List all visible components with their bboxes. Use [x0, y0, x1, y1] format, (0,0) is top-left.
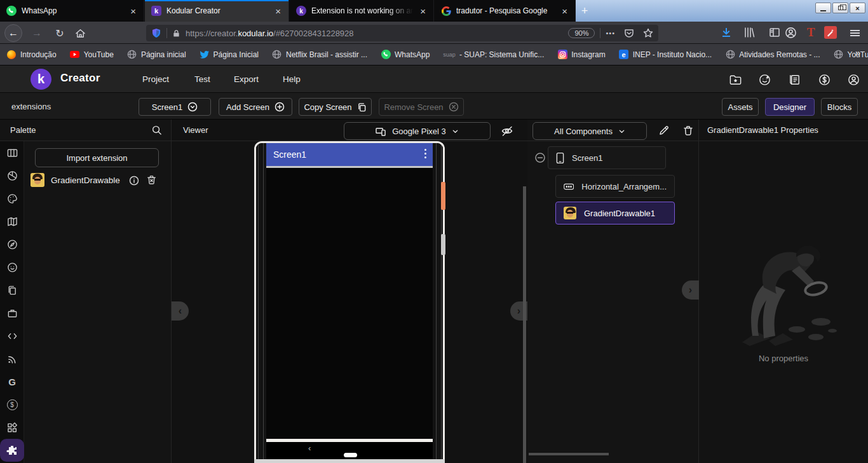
- category-connectivity-icon[interactable]: [0, 347, 24, 370]
- browser-tab-whatsapp[interactable]: WhatsApp ×: [0, 0, 144, 22]
- category-storage-icon[interactable]: [0, 279, 24, 301]
- info-icon[interactable]: [129, 176, 139, 186]
- close-icon[interactable]: ×: [128, 6, 139, 16]
- assets-button[interactable]: Assets: [722, 98, 759, 116]
- wand-extension-icon[interactable]: [824, 26, 837, 39]
- category-experimental-icon[interactable]: [0, 416, 24, 439]
- category-sensors-icon[interactable]: [0, 233, 24, 256]
- page-actions-icon[interactable]: •••: [606, 29, 615, 37]
- divider: [166, 28, 167, 38]
- blocks-button[interactable]: Blocks: [821, 98, 858, 116]
- shield-icon[interactable]: [151, 28, 161, 38]
- visibility-off-icon[interactable]: [501, 125, 513, 137]
- bookmarks-overflow-icon[interactable]: »: [855, 47, 860, 58]
- category-google-icon[interactable]: G: [0, 370, 24, 393]
- url-bar[interactable]: https://creator.kodular.io/#627002843122…: [146, 25, 658, 41]
- copy-screen-button[interactable]: Copy Screen: [299, 98, 372, 116]
- browser-tab-kodular-creator[interactable]: k Kodular Creator ×: [145, 0, 289, 22]
- collapse-components-handle[interactable]: ›: [682, 280, 699, 300]
- window-restore-button[interactable]: [832, 3, 848, 13]
- extension-item-label[interactable]: GradientDrawable: [51, 176, 120, 185]
- bookmark-youtube[interactable]: YouTube: [70, 50, 114, 60]
- tree-node-horizontal-arrangement[interactable]: Horizontal_Arrangem...: [555, 175, 675, 198]
- phone-screen[interactable]: Screen1 ‹: [266, 143, 433, 463]
- bookmark-inep[interactable]: e INEP - Instituto Nacio...: [619, 50, 712, 60]
- account-icon[interactable]: [783, 25, 797, 39]
- category-monetization-icon[interactable]: $: [0, 393, 24, 416]
- browser-tab-google-search[interactable]: tradutor - Pesquisa Google ×: [435, 0, 576, 22]
- bookmark-pagina-inicial-2[interactable]: Página Inicial: [200, 50, 259, 60]
- bookmark-star-icon[interactable]: [643, 28, 653, 38]
- category-extensions-icon[interactable]: [0, 439, 24, 462]
- forward-button[interactable]: →: [29, 25, 44, 41]
- collapse-node-icon[interactable]: [534, 152, 546, 163]
- category-media-icon[interactable]: [0, 164, 24, 187]
- search-icon[interactable]: [151, 125, 162, 135]
- news-feed-icon[interactable]: [787, 73, 801, 86]
- extension-avatar: [564, 207, 576, 219]
- designer-button[interactable]: Designer: [765, 98, 815, 116]
- tree-node-screen1[interactable]: Screen1: [548, 146, 666, 169]
- sidebar-icon[interactable]: [768, 25, 782, 39]
- bookmark-pagina-inicial-1[interactable]: Página inicial: [127, 50, 186, 60]
- collapse-palette-handle[interactable]: ‹: [172, 301, 189, 321]
- delete-component-icon[interactable]: [682, 125, 694, 136]
- home-button[interactable]: [72, 25, 88, 41]
- library-icon[interactable]: [742, 25, 756, 39]
- divider: [600, 28, 600, 38]
- kodular-logo[interactable]: k: [31, 69, 51, 90]
- device-selector[interactable]: Google Pixel 3: [344, 122, 491, 140]
- viewer-horizontal-scrollbar[interactable]: [254, 459, 445, 463]
- import-extension-button[interactable]: Import extension: [35, 148, 159, 167]
- category-utilities-icon[interactable]: [0, 301, 24, 324]
- pocket-icon[interactable]: [624, 28, 634, 38]
- tab-title: WhatsApp: [22, 6, 128, 15]
- viewer-vertical-scrollbar[interactable]: [523, 186, 526, 463]
- rename-pencil-icon[interactable]: [658, 125, 670, 136]
- menu-help[interactable]: Help: [283, 74, 301, 84]
- delete-extension-icon[interactable]: [146, 174, 157, 185]
- screen-selector-button[interactable]: Screen1: [139, 98, 211, 116]
- components-filter-dropdown[interactable]: All Components: [532, 122, 647, 140]
- community-icon[interactable]: [757, 73, 771, 86]
- menu-export[interactable]: Export: [234, 74, 259, 84]
- window-close-button[interactable]: ×: [850, 3, 865, 13]
- bookmark-netflix[interactable]: Netflix Brasil - assistir ...: [272, 50, 367, 60]
- downloads-icon[interactable]: [719, 25, 733, 39]
- refresh-button[interactable]: ↻: [52, 25, 67, 41]
- bookmark-atividades[interactable]: Atividades Remotas - ...: [725, 50, 820, 60]
- new-tab-button[interactable]: +: [577, 4, 592, 18]
- category-maps-icon[interactable]: [0, 210, 24, 233]
- bookmark-introducao[interactable]: Introdução: [6, 50, 57, 60]
- phone-back-icon[interactable]: ‹: [308, 443, 311, 453]
- category-layout-icon[interactable]: [0, 141, 24, 164]
- category-drawing-icon[interactable]: [0, 187, 24, 210]
- menu-test[interactable]: Test: [194, 74, 210, 84]
- components-horizontal-scrollbar[interactable]: [529, 453, 609, 455]
- monetization-icon[interactable]: [817, 73, 831, 86]
- bookmark-youtube-converter[interactable]: YouTube Converter F...: [834, 50, 868, 60]
- tree-node-gradientdrawable1[interactable]: GradientDrawable1: [555, 202, 675, 225]
- phone-titlebar[interactable]: Screen1: [266, 143, 433, 166]
- close-icon[interactable]: ×: [417, 6, 428, 16]
- profile-icon[interactable]: [846, 73, 860, 86]
- menu-project[interactable]: Project: [142, 74, 169, 84]
- close-icon[interactable]: ×: [559, 6, 570, 16]
- category-dynamic-icon[interactable]: [0, 324, 24, 347]
- bookmark-whatsapp[interactable]: WhatsApp: [381, 50, 430, 60]
- menu-hamburger-icon[interactable]: [850, 29, 860, 38]
- add-screen-button[interactable]: Add Screen: [219, 98, 292, 116]
- phone-home-pill[interactable]: [344, 453, 357, 457]
- close-icon[interactable]: ×: [273, 6, 283, 16]
- overflow-menu-icon[interactable]: [424, 149, 426, 158]
- window-minimize-button[interactable]: [815, 3, 831, 13]
- bookmark-instagram[interactable]: Instagram: [557, 50, 605, 60]
- zoom-level-badge[interactable]: 90%: [568, 28, 595, 38]
- t-extension-icon[interactable]: T: [804, 25, 817, 39]
- my-projects-icon[interactable]: [728, 73, 742, 86]
- browser-tab-extension-question[interactable]: k Extension is not working on any of ×: [290, 0, 434, 22]
- phone-content-area[interactable]: [266, 168, 433, 439]
- back-button[interactable]: ←: [4, 24, 22, 42]
- bookmark-suap[interactable]: suap - SUAP: Sistema Unific...: [443, 50, 544, 59]
- category-social-icon[interactable]: [0, 256, 24, 279]
